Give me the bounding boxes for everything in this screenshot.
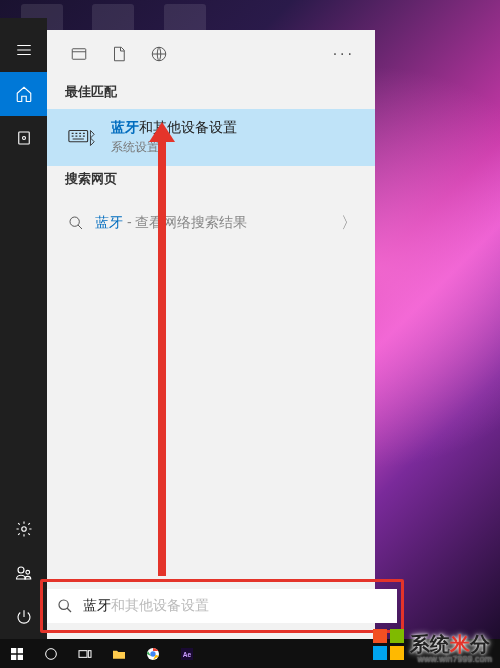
- chevron-right-icon: 〉: [341, 213, 357, 234]
- watermark-logo-icon: [373, 629, 404, 660]
- svg-point-8: [70, 217, 79, 226]
- svg-point-4: [25, 570, 29, 574]
- tab-apps[interactable]: [59, 34, 99, 74]
- menu-button[interactable]: [0, 28, 47, 72]
- section-best-match: 最佳匹配: [47, 79, 375, 109]
- svg-rect-5: [72, 49, 86, 60]
- start-button[interactable]: [0, 639, 34, 668]
- watermark: 系统米分 www.win7999.com: [369, 627, 494, 662]
- svg-point-9: [59, 600, 68, 609]
- taskview-button[interactable]: [68, 639, 102, 668]
- section-web: 搜索网页: [47, 166, 375, 196]
- search-ghost-text: 和其他设备设置: [111, 597, 209, 615]
- home-button[interactable]: [0, 72, 47, 116]
- keyboard-bluetooth-icon: [65, 121, 99, 155]
- search-typed-text: 蓝牙: [83, 597, 111, 615]
- best-match-item[interactable]: 蓝牙和其他设备设置 系统设置: [47, 109, 375, 166]
- annotation-arrow: [158, 136, 166, 576]
- svg-point-1: [22, 137, 25, 140]
- annotation-highlight-box: 蓝牙和其他设备设置: [40, 579, 404, 633]
- search-icon: [57, 598, 73, 614]
- svg-text:Ae: Ae: [183, 650, 192, 657]
- svg-point-3: [18, 567, 24, 573]
- taskbar-app-ae[interactable]: Ae: [170, 639, 204, 668]
- search-panel: ··· 最佳匹配 蓝牙和其他设备设置 系统设置 搜索网页 蓝牙 - 查看网络搜索…: [47, 30, 375, 639]
- svg-point-2: [21, 527, 26, 532]
- start-sidebar: [0, 18, 47, 639]
- more-button[interactable]: ···: [325, 45, 363, 63]
- web-result-item[interactable]: 蓝牙 - 查看网络搜索结果 〉: [47, 196, 375, 250]
- svg-rect-0: [18, 132, 29, 144]
- svg-rect-11: [79, 650, 87, 657]
- taskbar-app-explorer[interactable]: [102, 639, 136, 668]
- web-result-text: 蓝牙 - 查看网络搜索结果: [95, 214, 247, 232]
- recent-button[interactable]: [0, 116, 47, 160]
- tab-web[interactable]: [139, 34, 179, 74]
- search-icon: [65, 206, 87, 240]
- settings-button[interactable]: [0, 507, 47, 551]
- taskbar-app-chrome[interactable]: [136, 639, 170, 668]
- panel-tabs: ···: [47, 30, 375, 79]
- svg-point-10: [46, 648, 57, 659]
- search-input[interactable]: 蓝牙和其他设备设置: [47, 589, 397, 623]
- tab-documents[interactable]: [99, 34, 139, 74]
- svg-point-14: [150, 651, 155, 656]
- svg-rect-12: [88, 650, 91, 657]
- cortana-button[interactable]: [34, 639, 68, 668]
